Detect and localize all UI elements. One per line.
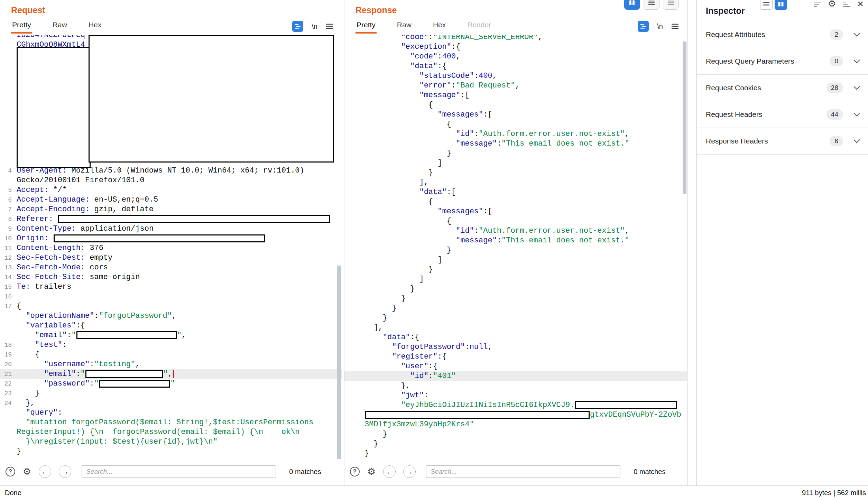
request-scrollbar-thumb[interactable] (337, 266, 341, 459)
newline-toggle-icon[interactable]: \n (312, 22, 317, 30)
inspector-view-toggles (760, 0, 787, 10)
response-tab-pretty[interactable]: Pretty (355, 20, 377, 34)
line-number (0, 79, 12, 89)
editor-menu-icon[interactable] (326, 23, 333, 29)
inspector-section-response-headers[interactable]: Response Headers6 (697, 128, 868, 155)
code-text: { (344, 100, 433, 110)
response-search-input[interactable] (426, 465, 620, 478)
inspector-settings-gear-icon[interactable]: ⚙ (828, 0, 836, 9)
search-settings-gear-icon[interactable]: ⚙ (23, 467, 31, 476)
request-editor[interactable]: IuZ04fNeZPoLFeqCGhxmOoQ8WXmtL44User-Agen… (0, 35, 342, 463)
burp-suite-window: Request PrettyRawHex \n IuZ04fNeZPoLFeqC… (0, 0, 868, 500)
search-next-button[interactable]: → (403, 465, 416, 478)
code-line: "statusCode":400, (344, 71, 687, 81)
inspector-section-request-headers[interactable]: Request Headers44 (697, 101, 868, 128)
line-number: 17 (0, 302, 12, 311)
line-number: 7 (0, 205, 12, 214)
response-tab-raw[interactable]: Raw (396, 20, 413, 34)
search-prev-button[interactable]: ← (383, 465, 396, 478)
layout-rows-icon[interactable] (644, 0, 659, 10)
line-number (0, 147, 12, 156)
inspector-section-request-attributes[interactable]: Request Attributes2 (697, 21, 868, 48)
code-text: } (344, 449, 369, 459)
chevron-down-icon[interactable] (853, 110, 860, 116)
inspector-list-view-icon[interactable] (760, 0, 773, 10)
response-panel: Response PrettyRawHexRender (344, 0, 687, 485)
line-number: 16 (0, 292, 12, 302)
code-text: RegisterInput!) {\n forgotPassword(email… (12, 427, 300, 437)
code-text (12, 147, 17, 156)
redaction-box (89, 35, 334, 163)
line-number (0, 447, 12, 456)
search-next-button[interactable]: → (59, 465, 71, 478)
close-icon[interactable]: ✕ (857, 0, 864, 8)
code-text: "user":{ (344, 362, 437, 371)
search-settings-gear-icon[interactable]: ⚙ (367, 467, 376, 476)
code-line: 13Sec-Fetch-Mode: cors (0, 263, 342, 272)
inspector-section-request-cookies[interactable]: Request Cookies28 (697, 75, 868, 101)
chevron-down-icon[interactable] (853, 137, 860, 143)
line-number (0, 69, 12, 79)
line-number: 21 (0, 369, 12, 379)
inspector-splitter[interactable] (687, 0, 696, 485)
code-line: } (344, 449, 687, 459)
chevron-down-icon[interactable] (853, 57, 860, 63)
line-number: 24 (0, 398, 12, 408)
request-tab-raw[interactable]: Raw (52, 20, 68, 34)
code-text: }, (12, 398, 35, 408)
line-number: 8 (0, 214, 12, 224)
response-tab-render: Render (466, 20, 492, 34)
code-line: 10Origin: (0, 234, 342, 243)
code-text: { (12, 350, 39, 360)
request-tab-hex[interactable]: Hex (87, 20, 102, 34)
response-scrollbar-thumb[interactable] (683, 41, 686, 194)
code-text: Content-Type: application/json (12, 224, 154, 234)
line-number (0, 437, 12, 447)
inspector-header: Inspector ⚙ ✕ (697, 0, 868, 21)
text-cursor (173, 370, 174, 378)
code-text: { (344, 120, 451, 129)
panel-splitter[interactable] (342, 0, 344, 485)
layout-columns-icon[interactable] (624, 0, 640, 10)
code-line: RegisterInput!) {\n forgotPassword(email… (0, 427, 342, 437)
help-icon[interactable]: ? (6, 467, 15, 476)
code-text: "message":"This email does not exist." (344, 139, 629, 149)
chevron-down-icon[interactable] (853, 30, 860, 36)
pretty-print-icon[interactable] (638, 21, 649, 32)
code-text: "forgotPassword":null, (344, 342, 492, 352)
code-text: "email":"", (12, 369, 174, 379)
layout-tabs-icon[interactable] (663, 0, 679, 10)
code-line: { (344, 216, 687, 226)
code-line: 3MDlfjx3mzwL39ybHp2Krs4" (344, 420, 687, 429)
expand-all-icon[interactable] (842, 1, 851, 8)
code-text: "id":"Auth.form.error.user.not-exist", (344, 226, 629, 236)
inspector-section-request-query-parameters[interactable]: Request Query Parameters0 (697, 48, 868, 75)
chevron-down-icon[interactable] (853, 83, 860, 90)
inspector-column-view-icon[interactable] (775, 0, 787, 10)
code-text (12, 292, 17, 302)
help-icon[interactable]: ? (350, 467, 360, 476)
line-number (0, 89, 12, 98)
response-tab-hex[interactable]: Hex (432, 20, 447, 34)
code-text: Te: trailers (12, 282, 71, 292)
request-search-input[interactable] (82, 465, 276, 478)
editor-layout-buttons (624, 0, 679, 10)
search-prev-button[interactable]: ← (39, 465, 51, 478)
collapse-all-icon[interactable] (813, 1, 822, 8)
editor-menu-icon[interactable] (671, 23, 679, 29)
request-tab-pretty[interactable]: Pretty (11, 20, 32, 34)
request-title: Request (11, 5, 45, 15)
response-editor[interactable]: "code":"INTERNAL_SERVER_ERROR", "excepti… (344, 35, 687, 463)
code-text: ] (344, 275, 424, 284)
code-line: "operationName":"forgotPassword", (0, 311, 342, 321)
pretty-print-icon[interactable] (292, 21, 303, 32)
code-line: "code":"INTERNAL_SERVER_ERROR", (344, 35, 687, 42)
code-text: } (344, 265, 433, 275)
code-line: 17{ (0, 302, 342, 311)
code-line: "id":"Auth.form.error.user.not-exist", (344, 129, 687, 139)
request-tabs: PrettyRawHex \n (0, 20, 342, 35)
code-text: ], (344, 178, 428, 187)
newline-toggle-icon[interactable]: \n (657, 22, 663, 30)
code-text: Sec-Fetch-Dest: empty (12, 253, 112, 263)
redaction-box (85, 370, 163, 378)
